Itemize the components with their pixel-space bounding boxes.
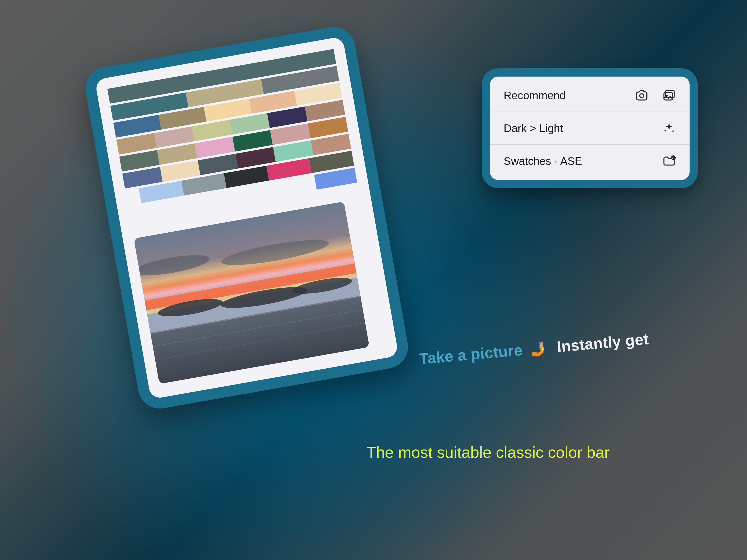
menu-row-label: Swatches - ASE	[504, 155, 662, 167]
menu-row-icons	[635, 88, 676, 102]
source-photo[interactable]	[134, 202, 369, 384]
promo-canvas: RecommendDark > LightSwatches - ASE Take…	[0, 0, 747, 560]
subtitle: The most suitable classic color bar	[366, 443, 610, 461]
sparkle-icon[interactable]	[662, 121, 676, 135]
actions-menu: RecommendDark > LightSwatches - ASE	[482, 68, 698, 188]
menu-row[interactable]: Recommend	[490, 79, 690, 111]
menu-row[interactable]: Dark > Light	[490, 111, 690, 144]
menu-row-icons	[662, 154, 676, 168]
gallery-icon[interactable]	[662, 88, 676, 102]
headline: Take a picture 🤳 Instantly get	[418, 330, 649, 368]
selfie-emoji: 🤳	[529, 341, 547, 357]
menu-row-icons	[662, 121, 676, 135]
palette-card-inner	[82, 24, 412, 412]
svg-point-12	[640, 94, 644, 98]
menu-row-label: Recommend	[504, 90, 635, 102]
headline-part-b: Instantly get	[556, 330, 649, 355]
palette-card	[82, 24, 412, 412]
folder-plus-icon[interactable]	[662, 154, 676, 168]
camera-icon[interactable]	[635, 88, 649, 102]
menu-row[interactable]: Swatches - ASE	[490, 144, 690, 177]
palette-grid	[107, 49, 357, 222]
headline-part-a: Take a picture	[418, 341, 523, 367]
menu-row-label: Dark > Light	[504, 122, 662, 134]
